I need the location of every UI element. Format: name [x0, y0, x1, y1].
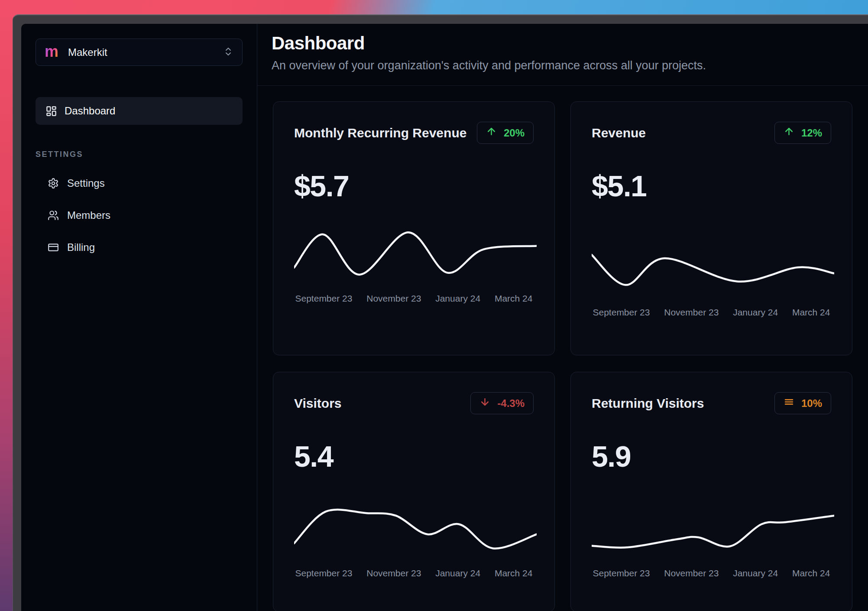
axis-label: November 23	[366, 293, 421, 304]
axis-label: March 24	[495, 293, 533, 304]
sparkline-svg	[592, 239, 834, 296]
sidebar-item-label: Billing	[67, 241, 95, 254]
card-title: Returning Visitors	[592, 396, 704, 411]
sparkline-chart: September 23November 23January 24March 2…	[592, 500, 831, 578]
sidebar-section-settings: SETTINGS	[36, 150, 257, 159]
sidebar-item-label: Dashboard	[65, 105, 115, 117]
axis-label: March 24	[792, 307, 830, 318]
axis-label: January 24	[435, 568, 480, 578]
metric-value: 5.4	[294, 439, 534, 473]
axis-label: March 24	[792, 568, 830, 578]
page-header: Dashboard An overview of your organizati…	[257, 24, 868, 86]
stat-card-mrr: Monthly Recurring Revenue 20% $5.7 Septe…	[273, 101, 555, 355]
main-area: Dashboard An overview of your organizati…	[257, 24, 868, 611]
gear-icon	[48, 178, 59, 189]
sparkline-svg	[294, 225, 537, 282]
axis-label: November 23	[366, 568, 421, 578]
card-title: Monthly Recurring Revenue	[294, 126, 466, 140]
chevrons-up-down-icon	[223, 46, 233, 58]
page-title: Dashboard	[272, 33, 851, 54]
arrow-up-icon	[784, 126, 794, 140]
sidebar-item-dashboard[interactable]: Dashboard	[36, 97, 243, 125]
card-title: Revenue	[592, 126, 646, 140]
settings-nav: Settings Members Billing	[21, 177, 257, 254]
axis-label: September 23	[295, 293, 353, 304]
trend-badge: 12%	[774, 122, 831, 144]
trend-value: 12%	[801, 127, 822, 139]
axis-label: September 23	[593, 568, 650, 578]
axis-label: September 23	[593, 307, 650, 318]
axis-label: November 23	[664, 568, 719, 578]
card-title: Visitors	[294, 396, 342, 411]
card-header: Visitors -4.3%	[294, 392, 534, 414]
metric-value: $5.7	[294, 169, 534, 203]
arrow-up-icon	[486, 126, 497, 140]
metric-value: $5.1	[592, 169, 831, 203]
axis-label: January 24	[733, 307, 778, 318]
card-header: Returning Visitors 10%	[592, 392, 831, 414]
stat-card-returning-visitors: Returning Visitors 10% 5.9 September 23N…	[570, 372, 852, 611]
sidebar-item-label: Members	[67, 209, 110, 221]
layout-dashboard-icon	[45, 105, 57, 117]
workspace-selector[interactable]: m Makerkit	[36, 39, 243, 66]
card-header: Monthly Recurring Revenue 20%	[294, 122, 534, 144]
sidebar-item-billing[interactable]: Billing	[48, 241, 257, 254]
sidebar-item-label: Settings	[67, 177, 105, 189]
sparkline-chart: September 23November 23January 24March 2…	[294, 500, 534, 578]
workspace-name: Makerkit	[68, 46, 223, 58]
window-frame: m Makerkit Dashboard SETTINGS Settings M	[13, 14, 868, 611]
makerkit-logo-icon: m	[45, 44, 58, 59]
trend-badge: 20%	[477, 122, 534, 144]
trend-value: 10%	[801, 397, 822, 410]
x-axis-labels: September 23November 23January 24March 2…	[593, 307, 830, 318]
trend-value: -4.3%	[497, 397, 525, 410]
cards-grid: Monthly Recurring Revenue 20% $5.7 Septe…	[257, 86, 868, 611]
page-subtitle: An overview of your organization's activ…	[272, 59, 851, 72]
trend-value: 20%	[504, 127, 525, 139]
x-axis-labels: September 23November 23January 24March 2…	[295, 293, 533, 304]
trend-bars-icon	[784, 396, 794, 410]
card-header: Revenue 12%	[592, 122, 831, 144]
trend-badge: 10%	[774, 392, 831, 414]
trend-badge: -4.3%	[470, 392, 534, 414]
sidebar-item-members[interactable]: Members	[48, 209, 257, 221]
users-icon	[48, 210, 59, 221]
arrow-down-icon	[479, 396, 490, 410]
sparkline-chart: September 23November 23January 24March 2…	[294, 225, 534, 304]
x-axis-labels: September 23November 23January 24March 2…	[295, 568, 533, 578]
sparkline-svg	[592, 500, 834, 557]
axis-label: November 23	[664, 307, 719, 318]
app-window: m Makerkit Dashboard SETTINGS Settings M	[21, 24, 868, 611]
stat-card-visitors: Visitors -4.3% 5.4 September 23November …	[273, 372, 555, 611]
axis-label: March 24	[495, 568, 533, 578]
credit-card-icon	[48, 242, 59, 253]
stat-card-revenue: Revenue 12% $5.1 September 23November 23…	[570, 101, 852, 355]
axis-label: January 24	[435, 293, 480, 304]
axis-label: September 23	[295, 568, 353, 578]
x-axis-labels: September 23November 23January 24March 2…	[593, 568, 830, 578]
sparkline-svg	[294, 500, 537, 557]
sparkline-chart: September 23November 23January 24March 2…	[592, 239, 831, 318]
sidebar-item-settings[interactable]: Settings	[48, 177, 257, 189]
sidebar: m Makerkit Dashboard SETTINGS Settings M	[21, 24, 257, 611]
metric-value: 5.9	[592, 439, 831, 473]
axis-label: January 24	[733, 568, 778, 578]
